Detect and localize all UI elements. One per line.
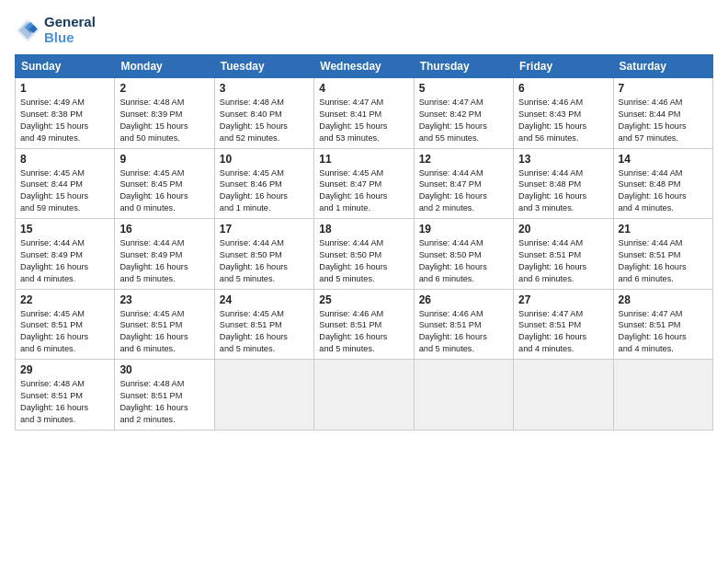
week-row-3: 15Sunrise: 4:44 AMSunset: 8:49 PMDayligh… [16,219,713,290]
day-cell [613,360,712,431]
calendar-body: 1Sunrise: 4:49 AMSunset: 8:38 PMDaylight… [16,78,713,431]
day-info: Sunrise: 4:45 AMSunset: 8:45 PMDaylight:… [119,167,209,215]
day-cell: 28Sunrise: 4:47 AMSunset: 8:51 PMDayligh… [613,289,712,360]
day-number: 26 [419,293,508,306]
day-cell: 16Sunrise: 4:44 AMSunset: 8:49 PMDayligh… [115,219,214,290]
day-info: Sunrise: 4:44 AMSunset: 8:51 PMDaylight:… [619,237,708,285]
weekday-friday: Friday [514,55,613,78]
day-number: 15 [20,223,109,236]
day-number: 23 [119,293,209,306]
weekday-tuesday: Tuesday [214,55,313,78]
day-info: Sunrise: 4:47 AMSunset: 8:51 PMDaylight:… [518,308,608,356]
week-row-4: 22Sunrise: 4:45 AMSunset: 8:51 PMDayligh… [16,289,713,360]
day-cell: 20Sunrise: 4:44 AMSunset: 8:51 PMDayligh… [514,219,613,290]
day-number: 16 [119,223,209,236]
day-info: Sunrise: 4:45 AMSunset: 8:46 PMDaylight:… [220,167,309,215]
day-cell: 19Sunrise: 4:44 AMSunset: 8:50 PMDayligh… [414,219,513,290]
day-info: Sunrise: 4:46 AMSunset: 8:51 PMDaylight:… [419,308,508,356]
day-cell: 21Sunrise: 4:44 AMSunset: 8:51 PMDayligh… [613,219,712,290]
weekday-saturday: Saturday [613,55,712,78]
day-cell: 23Sunrise: 4:45 AMSunset: 8:51 PMDayligh… [115,289,214,360]
day-cell: 27Sunrise: 4:47 AMSunset: 8:51 PMDayligh… [514,289,613,360]
day-info: Sunrise: 4:44 AMSunset: 8:49 PMDaylight:… [20,237,109,285]
day-cell: 10Sunrise: 4:45 AMSunset: 8:46 PMDayligh… [214,148,313,219]
day-cell: 7Sunrise: 4:46 AMSunset: 8:44 PMDaylight… [613,78,712,149]
day-cell: 5Sunrise: 4:47 AMSunset: 8:42 PMDaylight… [414,78,513,149]
day-info: Sunrise: 4:44 AMSunset: 8:51 PMDaylight:… [518,237,608,285]
day-info: Sunrise: 4:45 AMSunset: 8:44 PMDaylight:… [20,167,109,215]
day-number: 10 [220,153,309,166]
day-cell: 2Sunrise: 4:48 AMSunset: 8:39 PMDaylight… [115,78,214,149]
day-info: Sunrise: 4:44 AMSunset: 8:47 PMDaylight:… [419,167,508,215]
day-number: 29 [20,363,109,376]
logo: General Blue [15,15,96,45]
day-cell: 1Sunrise: 4:49 AMSunset: 8:38 PMDaylight… [16,78,115,149]
day-number: 25 [319,293,408,306]
day-cell [214,360,313,431]
day-cell: 25Sunrise: 4:46 AMSunset: 8:51 PMDayligh… [314,289,414,360]
day-number: 4 [319,82,408,95]
day-number: 1 [20,82,109,95]
day-number: 11 [319,153,408,166]
week-row-5: 29Sunrise: 4:48 AMSunset: 8:51 PMDayligh… [16,360,713,431]
day-cell: 22Sunrise: 4:45 AMSunset: 8:51 PMDayligh… [16,289,115,360]
day-number: 12 [419,153,508,166]
day-info: Sunrise: 4:44 AMSunset: 8:50 PMDaylight:… [419,237,508,285]
day-cell [314,360,414,431]
calendar-table: SundayMondayTuesdayWednesdayThursdayFrid… [15,54,713,431]
day-cell: 18Sunrise: 4:44 AMSunset: 8:50 PMDayligh… [314,219,414,290]
day-number: 17 [220,223,309,236]
weekday-monday: Monday [115,55,214,78]
day-number: 6 [518,82,608,95]
day-info: Sunrise: 4:45 AMSunset: 8:51 PMDaylight:… [119,308,209,356]
day-info: Sunrise: 4:46 AMSunset: 8:43 PMDaylight:… [518,97,608,144]
day-number: 28 [619,293,708,306]
day-cell [414,360,513,431]
logo-text: General Blue [44,15,96,45]
day-info: Sunrise: 4:47 AMSunset: 8:51 PMDaylight:… [619,308,708,356]
day-cell: 17Sunrise: 4:44 AMSunset: 8:50 PMDayligh… [214,219,313,290]
day-cell: 9Sunrise: 4:45 AMSunset: 8:45 PMDaylight… [115,148,214,219]
day-cell: 14Sunrise: 4:44 AMSunset: 8:48 PMDayligh… [613,148,712,219]
day-cell: 12Sunrise: 4:44 AMSunset: 8:47 PMDayligh… [414,148,513,219]
day-cell: 8Sunrise: 4:45 AMSunset: 8:44 PMDaylight… [16,148,115,219]
day-info: Sunrise: 4:44 AMSunset: 8:48 PMDaylight:… [518,167,608,215]
page-container: General Blue SundayMondayTuesdayWednesda… [0,0,728,440]
day-info: Sunrise: 4:44 AMSunset: 8:48 PMDaylight:… [619,167,708,215]
day-cell: 11Sunrise: 4:45 AMSunset: 8:47 PMDayligh… [314,148,414,219]
day-info: Sunrise: 4:48 AMSunset: 8:39 PMDaylight:… [119,97,209,144]
day-number: 20 [518,223,608,236]
day-info: Sunrise: 4:47 AMSunset: 8:41 PMDaylight:… [319,97,408,144]
day-number: 22 [20,293,109,306]
day-info: Sunrise: 4:47 AMSunset: 8:42 PMDaylight:… [419,97,508,144]
day-info: Sunrise: 4:45 AMSunset: 8:51 PMDaylight:… [220,308,309,356]
day-cell: 6Sunrise: 4:46 AMSunset: 8:43 PMDaylight… [514,78,613,149]
day-number: 8 [20,153,109,166]
day-info: Sunrise: 4:44 AMSunset: 8:50 PMDaylight:… [220,237,309,285]
day-number: 18 [319,223,408,236]
day-info: Sunrise: 4:45 AMSunset: 8:47 PMDaylight:… [319,167,408,215]
day-number: 14 [619,153,708,166]
logo-icon [15,17,40,43]
day-info: Sunrise: 4:49 AMSunset: 8:38 PMDaylight:… [20,97,109,144]
day-number: 3 [220,82,309,95]
day-number: 7 [619,82,708,95]
weekday-thursday: Thursday [414,55,513,78]
day-cell: 15Sunrise: 4:44 AMSunset: 8:49 PMDayligh… [16,219,115,290]
day-number: 21 [619,223,708,236]
day-info: Sunrise: 4:48 AMSunset: 8:51 PMDaylight:… [20,378,109,426]
day-cell: 29Sunrise: 4:48 AMSunset: 8:51 PMDayligh… [16,360,115,431]
day-cell: 26Sunrise: 4:46 AMSunset: 8:51 PMDayligh… [414,289,513,360]
day-info: Sunrise: 4:46 AMSunset: 8:51 PMDaylight:… [319,308,408,356]
day-cell: 3Sunrise: 4:48 AMSunset: 8:40 PMDaylight… [214,78,313,149]
day-cell: 30Sunrise: 4:48 AMSunset: 8:51 PMDayligh… [115,360,214,431]
day-number: 19 [419,223,508,236]
day-cell: 24Sunrise: 4:45 AMSunset: 8:51 PMDayligh… [214,289,313,360]
day-info: Sunrise: 4:48 AMSunset: 8:51 PMDaylight:… [119,378,209,426]
day-cell: 4Sunrise: 4:47 AMSunset: 8:41 PMDaylight… [314,78,414,149]
header: General Blue [15,15,713,45]
day-info: Sunrise: 4:45 AMSunset: 8:51 PMDaylight:… [20,308,109,356]
day-number: 30 [119,363,209,376]
day-number: 24 [220,293,309,306]
week-row-2: 8Sunrise: 4:45 AMSunset: 8:44 PMDaylight… [16,148,713,219]
